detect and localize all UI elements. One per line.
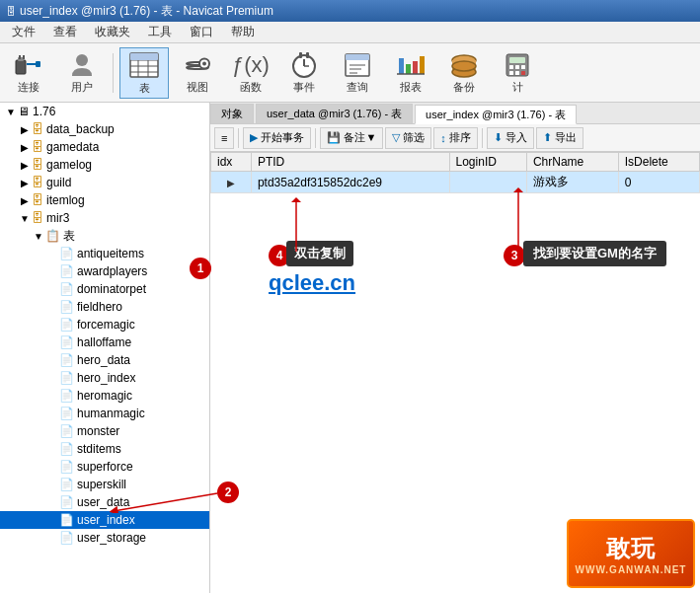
tree-awardplayers[interactable]: 📄 awardplayers — [0, 262, 209, 280]
query-button[interactable]: 查询 — [333, 47, 382, 99]
table-label: 表 — [139, 81, 150, 96]
menu-favorites[interactable]: 收藏夹 — [87, 22, 138, 42]
app-icon: 🗄 — [6, 6, 16, 17]
itemlog-expander: ▶ — [18, 195, 32, 206]
table-item-icon-6: 📄 — [59, 335, 74, 349]
table-item-icon-15: 📄 — [59, 495, 74, 509]
db-icon-5: 🗄 — [32, 193, 43, 207]
view-button[interactable]: 视图 — [173, 47, 222, 99]
db-icon-3: 🗄 — [32, 158, 43, 172]
menu-tools[interactable]: 工具 — [140, 22, 180, 42]
table-item-8: hero_index — [77, 371, 135, 385]
tree-humanmagic[interactable]: 📄 humanmagic — [0, 405, 209, 422]
function-button[interactable]: ƒ(x) 函数 — [226, 47, 275, 99]
col-idx[interactable]: idx — [211, 153, 252, 172]
table-icon — [128, 49, 160, 81]
svg-point-37 — [452, 61, 476, 71]
tree-forcemagic[interactable]: 📄 forcemagic — [0, 316, 209, 334]
tree-mir3[interactable]: ▼ 🗄 mir3 — [0, 209, 209, 227]
svg-rect-26 — [350, 68, 361, 70]
tree-monster[interactable]: 📄 monster — [0, 422, 209, 440]
user-label: 用户 — [71, 80, 93, 95]
export-btn[interactable]: ⬆ 导出 — [536, 127, 583, 149]
svg-rect-44 — [515, 71, 519, 75]
tree-antiqueitems[interactable]: 📄 antiqueitems — [0, 245, 209, 262]
table-item-3: dominatorpet — [77, 282, 146, 296]
event-button[interactable]: 事件 — [279, 47, 329, 99]
tree-dominatorpet[interactable]: 📄 dominatorpet — [0, 280, 209, 298]
connect-label: 连接 — [18, 80, 39, 95]
tree-user-storage[interactable]: 📄 user_storage — [0, 529, 209, 547]
tree-fieldhero[interactable]: 📄 fieldhero — [0, 298, 209, 316]
import-btn[interactable]: ⬇ 导入 — [487, 127, 534, 149]
tree-guild[interactable]: ▶ 🗄 guild — [0, 174, 209, 191]
table-item-icon-12: 📄 — [59, 442, 74, 456]
menu-view[interactable]: 查看 — [45, 22, 85, 42]
db-icon-1: 🗄 — [32, 122, 43, 136]
table-button[interactable]: 表 — [119, 47, 169, 99]
col-chrname[interactable]: ChrName — [526, 153, 618, 172]
connect-icon — [13, 50, 44, 80]
svg-rect-40 — [509, 65, 513, 69]
begin-transaction-btn[interactable]: ▶ 开始事务 — [243, 127, 311, 149]
calc-button[interactable]: 计 — [493, 47, 542, 99]
menu-file[interactable]: 文件 — [4, 22, 43, 42]
sort-btn[interactable]: ↕ 排序 — [433, 127, 478, 149]
tree-halloffame[interactable]: 📄 halloffame — [0, 334, 209, 351]
menu-window[interactable]: 窗口 — [182, 22, 221, 42]
tree-superskill[interactable]: 📄 superskill — [0, 476, 209, 493]
menu-btn[interactable]: ≡ — [214, 127, 234, 149]
filter-icon: ▽ — [392, 131, 400, 144]
report-button[interactable]: 报表 — [386, 47, 435, 99]
db-label-3: gamelog — [46, 158, 92, 172]
tree-hero-data[interactable]: 📄 hero_data — [0, 351, 209, 369]
tree-stditems[interactable]: 📄 stditems — [0, 440, 209, 458]
tree-user-data[interactable]: 📄 user_data — [0, 493, 209, 511]
user-button[interactable]: 用户 — [57, 47, 107, 99]
tree-gamedata[interactable]: ▶ 🗄 gamedata — [0, 138, 209, 156]
menu-help[interactable]: 帮助 — [223, 22, 263, 42]
filter-btn[interactable]: ▽ 筛选 — [385, 127, 431, 149]
tab-user-index[interactable]: user_index @mir3 (1.76) - 表 — [415, 105, 577, 124]
table-item-12: stditems — [77, 442, 121, 456]
tree-itemlog[interactable]: ▶ 🗄 itemlog — [0, 191, 209, 209]
col-loginid[interactable]: LoginID — [449, 153, 526, 172]
svg-rect-28 — [399, 58, 404, 74]
calc-label: 计 — [512, 80, 523, 95]
tree-hero-index[interactable]: 📄 hero_index — [0, 369, 209, 387]
table-item-15: user_data — [77, 495, 129, 509]
sort-icon: ↕ — [440, 132, 446, 144]
tab-bar: 对象 user_data @mir3 (1.76) - 表 user_index… — [210, 103, 700, 124]
tab-user-data[interactable]: user_data @mir3 (1.76) - 表 — [256, 104, 413, 123]
table-item-icon-3: 📄 — [59, 282, 74, 296]
backup-btn[interactable]: 💾 备注▼ — [320, 127, 383, 149]
tree-superforce[interactable]: 📄 superforce — [0, 458, 209, 476]
cell-ptid: ptd35a2df315852dc2e9 — [251, 172, 449, 193]
tables-folder-label: 表 — [63, 228, 75, 245]
col-isdelete[interactable]: IsDelete — [618, 153, 699, 172]
tree-gamelog[interactable]: ▶ 🗄 gamelog — [0, 156, 209, 174]
backup-button[interactable]: 备份 — [439, 47, 489, 99]
tree-data-backup[interactable]: ▶ 🗄 data_backup — [0, 120, 209, 138]
backup-label: 备注▼ — [344, 130, 376, 145]
tree-root[interactable]: ▼ 🖥 1.76 — [0, 103, 209, 120]
tables-expander: ▼ — [32, 231, 45, 242]
connect-button[interactable]: 连接 — [4, 47, 53, 99]
tree-user-index[interactable]: 📄 user_index — [0, 511, 209, 529]
svg-rect-0 — [16, 60, 26, 74]
tree-heromagic[interactable]: 📄 heromagic — [0, 387, 209, 405]
cell-isdelete: 0 — [618, 172, 699, 193]
table-item-icon-2: 📄 — [59, 264, 74, 278]
col-ptid[interactable]: PTID — [251, 153, 449, 172]
export-icon: ⬆ — [543, 131, 552, 144]
tab-object[interactable]: 对象 — [210, 104, 254, 123]
table-item-icon-4: 📄 — [59, 300, 74, 314]
svg-rect-27 — [350, 72, 357, 74]
db-label-4: guild — [46, 176, 71, 189]
event-label: 事件 — [293, 80, 315, 95]
db-label-2: gamedata — [46, 140, 99, 154]
logo-box: 敢玩 WWW.GANWAN.NET — [567, 519, 695, 588]
tree-tables-folder[interactable]: ▼ 📋 表 — [0, 227, 209, 245]
table-item-icon-13: 📄 — [59, 460, 74, 474]
table-row[interactable]: ▶ ptd35a2df315852dc2e9 游戏多 0 — [211, 172, 700, 193]
